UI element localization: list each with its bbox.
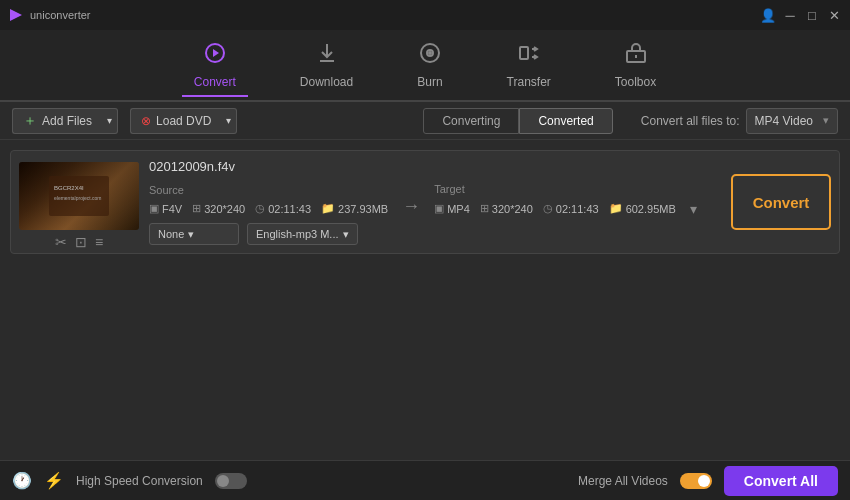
toolbar: ＋ Add Files ▾ ⊗ Load DVD ▾ Converting Co…: [0, 102, 850, 140]
svg-marker-0: [10, 9, 22, 21]
subtitle-dropdown[interactable]: None ▾: [149, 223, 239, 245]
format-icon: ▣: [149, 202, 159, 215]
source-duration: ◷ 02:11:43: [255, 202, 311, 215]
resolution-icon: ⊞: [192, 202, 201, 215]
convert-button[interactable]: Convert: [731, 174, 831, 230]
target-resolution: ⊞ 320*240: [480, 202, 533, 215]
speed-label: High Speed Conversion: [76, 474, 203, 488]
target-format-icon: ▣: [434, 202, 444, 215]
format-select-value: MP4 Video: [755, 114, 813, 128]
source-resolution: ⊞ 320*240: [192, 202, 245, 215]
file-item: BGCR2X4I elementalproject.com ✂ ⊡ ≡ 0201…: [10, 150, 840, 254]
add-files-label: Add Files: [42, 114, 92, 128]
target-duration: ◷ 02:11:43: [543, 202, 599, 215]
transfer-nav-icon: [517, 41, 541, 71]
merge-label: Merge All Videos: [578, 474, 668, 488]
arrow-icon: →: [402, 182, 420, 217]
format-select[interactable]: MP4 Video ▾: [746, 108, 838, 134]
merge-toggle[interactable]: [680, 473, 712, 489]
audio-value: English-mp3 M...: [256, 228, 339, 240]
convert-all-files-row: Convert all files to: MP4 Video ▾: [641, 108, 838, 134]
nav-bar: Convert Download Burn Transfer: [0, 30, 850, 102]
nav-label-download: Download: [300, 75, 353, 89]
nav-item-download[interactable]: Download: [288, 35, 365, 95]
target-label: Target: [434, 183, 697, 195]
tab-converting[interactable]: Converting: [423, 108, 519, 134]
svg-rect-6: [520, 47, 528, 59]
speed-toggle[interactable]: [215, 473, 247, 489]
source-items: ▣ F4V ⊞ 320*240 ◷ 02:11:43 📁: [149, 202, 388, 215]
format-dropdown-icon: ▾: [823, 114, 829, 127]
svg-marker-2: [213, 49, 219, 57]
plus-icon: ＋: [23, 112, 37, 130]
user-icon[interactable]: 👤: [760, 8, 776, 23]
target-settings-arrow[interactable]: ▾: [690, 201, 697, 217]
target-format: ▣ MP4: [434, 202, 470, 215]
nav-label-transfer: Transfer: [507, 75, 551, 89]
audio-dropdown-icon: ▾: [343, 228, 349, 241]
tab-converted[interactable]: Converted: [519, 108, 612, 134]
nav-item-burn[interactable]: Burn: [405, 35, 454, 95]
title-bar-controls: 👤 ─ □ ✕: [760, 8, 842, 23]
svg-text:elementalproject.com: elementalproject.com: [54, 195, 102, 201]
nav-item-transfer[interactable]: Transfer: [495, 35, 563, 95]
bottom-right: Merge All Videos Convert All: [578, 466, 838, 496]
dvd-icon: ⊗: [141, 114, 151, 128]
target-size: 📁 602.95MB: [609, 202, 676, 215]
thumbnail-actions: ✂ ⊡ ≡: [19, 234, 139, 250]
target-section: Target ▣ MP4 ⊞ 320*240 ◷ 02:11:43: [434, 183, 697, 217]
load-dvd-button[interactable]: ⊗ Load DVD: [130, 108, 221, 134]
bolt-icon: ⚡: [44, 471, 64, 490]
convert-all-files-label: Convert all files to:: [641, 114, 740, 128]
media-info-row: Source ▣ F4V ⊞ 320*240 ◷ 02:11:43: [149, 182, 721, 217]
main-content: BGCR2X4I elementalproject.com ✂ ⊡ ≡ 0201…: [0, 140, 850, 460]
add-files-dropdown-arrow[interactable]: ▾: [102, 108, 118, 134]
source-size: 📁 237.93MB: [321, 202, 388, 215]
nav-item-convert[interactable]: Convert: [182, 35, 248, 97]
add-files-button[interactable]: ＋ Add Files: [12, 108, 102, 134]
target-folder-icon: 📁: [609, 202, 623, 215]
convert-all-button[interactable]: Convert All: [724, 466, 838, 496]
load-dvd-label: Load DVD: [156, 114, 211, 128]
svg-point-5: [429, 52, 431, 54]
cut-icon[interactable]: ✂: [55, 234, 67, 250]
nav-label-burn: Burn: [417, 75, 442, 89]
source-label: Source: [149, 184, 388, 196]
duration-icon: ◷: [255, 202, 265, 215]
settings-icon[interactable]: ≡: [95, 234, 103, 250]
svg-text:BGCR2X4I: BGCR2X4I: [54, 185, 84, 191]
folder-icon: 📁: [321, 202, 335, 215]
title-bar: uniconverter 👤 ─ □ ✕: [0, 0, 850, 30]
app-name: uniconverter: [30, 9, 91, 21]
convert-nav-icon: [203, 41, 227, 71]
source-format: ▣ F4V: [149, 202, 182, 215]
file-name: 02012009n.f4v: [149, 159, 721, 174]
toolbox-nav-icon: [624, 41, 648, 71]
dropdown-row: None ▾ English-mp3 M... ▾: [149, 223, 721, 245]
target-duration-icon: ◷: [543, 202, 553, 215]
minimize-button[interactable]: ─: [782, 8, 798, 23]
title-bar-left: uniconverter: [8, 7, 91, 23]
load-dvd-dropdown-arrow[interactable]: ▾: [221, 108, 237, 134]
tab-group: Converting Converted: [423, 108, 612, 134]
app-logo: [8, 7, 24, 23]
nav-label-toolbox: Toolbox: [615, 75, 656, 89]
target-resolution-icon: ⊞: [480, 202, 489, 215]
thumbnail-container: BGCR2X4I elementalproject.com ✂ ⊡ ≡: [19, 162, 139, 242]
nav-item-toolbox[interactable]: Toolbox: [603, 35, 668, 95]
audio-dropdown[interactable]: English-mp3 M... ▾: [247, 223, 358, 245]
clock-icon: 🕐: [12, 471, 32, 490]
close-button[interactable]: ✕: [826, 8, 842, 23]
bottom-left: 🕐 ⚡ High Speed Conversion: [12, 471, 247, 490]
target-items: ▣ MP4 ⊞ 320*240 ◷ 02:11:43 📁: [434, 201, 697, 217]
video-thumbnail: BGCR2X4I elementalproject.com: [19, 162, 139, 230]
file-details: 02012009n.f4v Source ▣ F4V ⊞ 320*240: [149, 159, 721, 245]
download-nav-icon: [315, 41, 339, 71]
nav-label-convert: Convert: [194, 75, 236, 89]
bottom-bar: 🕐 ⚡ High Speed Conversion Merge All Vide…: [0, 460, 850, 500]
maximize-button[interactable]: □: [804, 8, 820, 23]
subtitle-value: None: [158, 228, 184, 240]
source-section: Source ▣ F4V ⊞ 320*240 ◷ 02:11:43: [149, 184, 388, 215]
crop-icon[interactable]: ⊡: [75, 234, 87, 250]
burn-nav-icon: [418, 41, 442, 71]
